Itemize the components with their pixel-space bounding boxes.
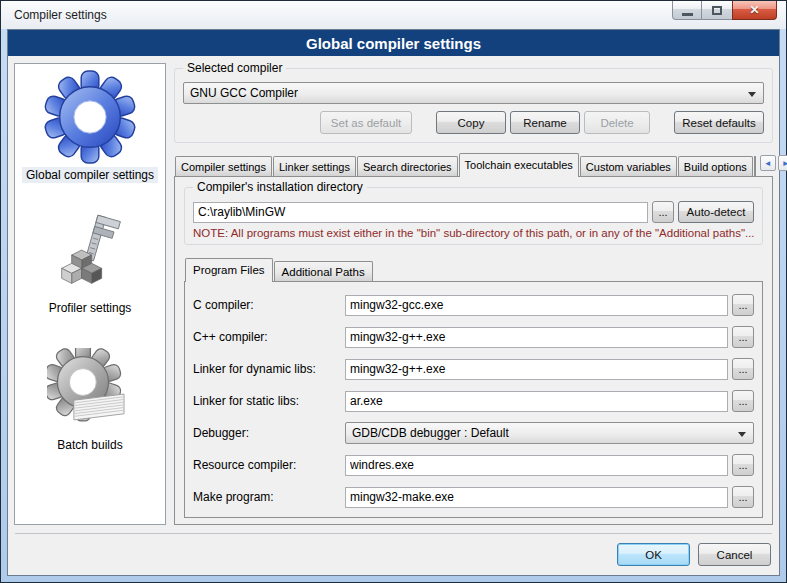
make-program-input[interactable] bbox=[345, 487, 728, 508]
ok-button[interactable]: OK bbox=[617, 543, 690, 566]
field-row-cpp-compiler: C++ compiler: ... bbox=[193, 326, 754, 348]
program-files-panel: C compiler: ... C++ compiler: bbox=[184, 281, 763, 518]
caliper-icon bbox=[50, 213, 130, 297]
toolchain-executables-panel: Compiler's installation directory ... Au… bbox=[174, 176, 773, 525]
gray-gear-builds-icon bbox=[47, 348, 133, 434]
settings-category-list: Global compiler settings bbox=[14, 63, 166, 525]
maximize-icon bbox=[712, 6, 722, 15]
tab-search-directories[interactable]: Search directories bbox=[357, 156, 458, 176]
window-controls: ✕ bbox=[672, 1, 777, 20]
static-linker-label: Linker for static libs: bbox=[193, 394, 345, 408]
field-row-debugger: Debugger: GDB/CDB debugger : Default bbox=[193, 422, 754, 444]
sidebar-item-label: Profiler settings bbox=[45, 300, 136, 316]
compiler-select-value: GNU GCC Compiler bbox=[190, 86, 298, 100]
static-linker-input[interactable] bbox=[345, 391, 728, 412]
reset-defaults-button[interactable]: Reset defaults bbox=[674, 111, 764, 134]
selected-compiler-group: Selected compiler GNU GCC Compiler Set a… bbox=[174, 68, 773, 143]
field-row-static-linker: Linker for static libs: ... bbox=[193, 390, 754, 412]
dynamic-linker-input[interactable] bbox=[345, 359, 728, 380]
delete-button[interactable]: Delete bbox=[584, 111, 650, 134]
tab-linker-settings[interactable]: Linker settings bbox=[273, 156, 356, 176]
installation-directory-group-label: Compiler's installation directory bbox=[193, 180, 367, 194]
window-frame: Global compiler settings bbox=[1, 29, 786, 582]
rename-button[interactable]: Rename bbox=[510, 111, 580, 134]
installation-directory-note: NOTE: All programs must exist either in … bbox=[193, 227, 754, 239]
c-compiler-browse-button[interactable]: ... bbox=[732, 294, 754, 316]
sidebar-item-label: Global compiler settings bbox=[22, 167, 158, 183]
window-title: Compiler settings bbox=[14, 8, 107, 22]
c-compiler-input[interactable] bbox=[345, 295, 728, 316]
auto-detect-button[interactable]: Auto-detect bbox=[678, 201, 754, 223]
make-program-label: Make program: bbox=[193, 490, 345, 504]
compiler-select[interactable]: GNU GCC Compiler bbox=[183, 82, 764, 104]
tab-toolchain-executables[interactable]: Toolchain executables bbox=[459, 153, 579, 176]
dynamic-linker-browse-button[interactable]: ... bbox=[732, 358, 754, 380]
settings-tabs: Compiler settings Linker settings Search… bbox=[174, 153, 773, 176]
selected-compiler-group-label: Selected compiler bbox=[183, 61, 286, 75]
sidebar-item-global-compiler-settings[interactable]: Global compiler settings bbox=[22, 70, 158, 183]
field-row-resource-compiler: Resource compiler: ... bbox=[193, 454, 754, 476]
close-icon: ✕ bbox=[749, 3, 759, 17]
debugger-select[interactable]: GDB/CDB debugger : Default bbox=[345, 422, 754, 444]
sidebar-item-batch-builds[interactable]: Batch builds bbox=[47, 348, 133, 453]
debugger-select-value: GDB/CDB debugger : Default bbox=[352, 426, 509, 440]
tab-scroll-left-button[interactable]: ◄ bbox=[760, 155, 776, 171]
arrow-left-icon: ◄ bbox=[764, 159, 772, 168]
tab-program-files[interactable]: Program Files bbox=[185, 258, 273, 281]
copy-button[interactable]: Copy bbox=[436, 111, 506, 134]
resource-compiler-label: Resource compiler: bbox=[193, 458, 345, 472]
debugger-label: Debugger: bbox=[193, 426, 345, 440]
compiler-settings-window: Compiler settings ✕ Global compiler sett… bbox=[0, 0, 787, 583]
cpp-compiler-input[interactable] bbox=[345, 327, 728, 348]
blue-gear-icon bbox=[43, 70, 137, 164]
tab-build-options[interactable]: Build options bbox=[678, 156, 753, 176]
set-as-default-button[interactable]: Set as default bbox=[320, 111, 412, 134]
sidebar-item-profiler-settings[interactable]: Profiler settings bbox=[45, 213, 136, 316]
tab-additional-paths[interactable]: Additional Paths bbox=[274, 261, 373, 281]
tab-scroll-right-button[interactable]: ► bbox=[778, 155, 787, 171]
page-title: Global compiler settings bbox=[8, 30, 779, 56]
dialog-footer: OK Cancel bbox=[15, 533, 772, 575]
cancel-button[interactable]: Cancel bbox=[698, 543, 771, 566]
tab-compiler-settings[interactable]: Compiler settings bbox=[175, 156, 272, 176]
field-row-dynamic-linker: Linker for dynamic libs: ... bbox=[193, 358, 754, 380]
field-row-make-program: Make program: ... bbox=[193, 486, 754, 508]
c-compiler-label: C compiler: bbox=[193, 298, 345, 312]
tab-clipped[interactable] bbox=[754, 156, 756, 176]
dialog-client-area: Global compiler settings bbox=[7, 29, 780, 576]
sidebar-item-label: Batch builds bbox=[53, 437, 126, 453]
maximize-button[interactable] bbox=[702, 1, 732, 20]
resource-compiler-browse-button[interactable]: ... bbox=[732, 454, 754, 476]
minimize-button[interactable] bbox=[672, 1, 702, 20]
cpp-compiler-browse-button[interactable]: ... bbox=[732, 326, 754, 348]
tab-custom-variables[interactable]: Custom variables bbox=[580, 156, 677, 176]
installation-directory-group: Compiler's installation directory ... Au… bbox=[184, 187, 763, 245]
static-linker-browse-button[interactable]: ... bbox=[732, 390, 754, 412]
installation-directory-input[interactable] bbox=[193, 202, 648, 223]
make-program-browse-button[interactable]: ... bbox=[732, 486, 754, 508]
cpp-compiler-label: C++ compiler: bbox=[193, 330, 345, 344]
program-tabs: Program Files Additional Paths bbox=[184, 258, 763, 281]
browse-directory-button[interactable]: ... bbox=[652, 201, 674, 223]
close-button[interactable]: ✕ bbox=[732, 1, 777, 20]
dynamic-linker-label: Linker for dynamic libs: bbox=[193, 362, 345, 376]
resource-compiler-input[interactable] bbox=[345, 455, 728, 476]
chevron-down-icon bbox=[748, 92, 756, 97]
chevron-down-icon bbox=[738, 432, 746, 437]
minimize-icon bbox=[682, 13, 693, 16]
arrow-right-icon: ► bbox=[782, 159, 787, 168]
field-row-c-compiler: C compiler: ... bbox=[193, 294, 754, 316]
titlebar[interactable]: Compiler settings ✕ bbox=[1, 1, 786, 29]
